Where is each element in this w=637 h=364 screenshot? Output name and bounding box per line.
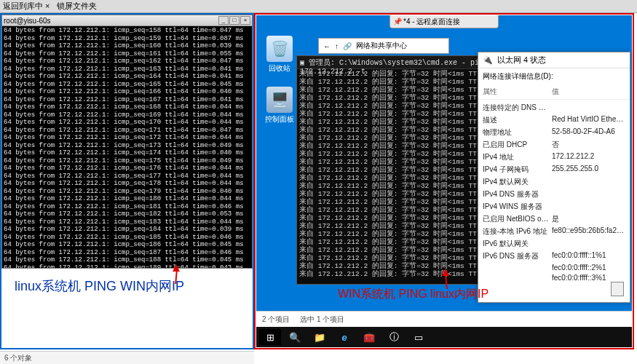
maximize-button[interactable]: □	[229, 16, 240, 25]
pin-icon[interactable]: 📌	[393, 17, 400, 25]
linux-caption: linux系统机 PING WIN内网IP	[1, 269, 253, 295]
linux-titlebar[interactable]: root@yisu-60s _ □ ×	[2, 15, 252, 26]
eth-row: 已启用 DHCP否	[478, 138, 630, 151]
eth-row: IPv4 DNS 服务器	[478, 188, 630, 200]
eth-row: fec0:0:0:ffff::2%1	[478, 262, 630, 272]
host-tab-bar: 返回到库中 × 锁屏文件夹	[0, 0, 637, 13]
eth-titlebar[interactable]: 🔌 以太网 4 状态	[478, 52, 630, 68]
recycle-bin-icon[interactable]: 🗑️ 回收站	[262, 36, 297, 74]
eth-header-row: 属性 值	[478, 84, 630, 100]
eth-row: 连接-本地 IPv6 地址fe80::e95b:26b5:fa2b:b6d4%1	[478, 225, 630, 237]
network-adapter-icon: 🔌	[483, 55, 493, 65]
minimize-button[interactable]: _	[218, 16, 229, 25]
taskbar-cmd-icon[interactable]: ▭	[408, 329, 430, 345]
explorer-statusbar: 2 个项目 选中 1 个项目	[256, 311, 632, 327]
network-center-window[interactable]: ← ↑ 🔗 网络和共享中心	[318, 38, 449, 54]
tab-lock-folder[interactable]: 锁屏文件夹	[57, 1, 97, 12]
host-status-bar: 6 个对象	[0, 351, 254, 364]
eth-subtitle: 网络连接详细信息(D):	[478, 68, 630, 84]
remote-desktop[interactable]: 📌 *4 - 远程桌面连接 🗑️ 回收站 🖥️ 控制面板 ← ↑ 🔗 网络和共享…	[256, 15, 632, 347]
network-icon: 🔗	[343, 42, 352, 50]
eth-row: fec0:0:0:ffff::3%1	[478, 272, 630, 282]
ethernet-status-window[interactable]: 🔌 以太网 4 状态 网络连接详细信息(D): 属性 值 连接特定的 DNS 后…	[478, 52, 630, 303]
back-arrow-icon[interactable]: ←	[323, 42, 331, 50]
item-count: 2 个项目	[262, 314, 290, 325]
eth-row: 物理地址52-58-00-2F-4D-A6	[478, 126, 630, 138]
taskbar-server-manager-icon[interactable]: 🧰	[358, 329, 380, 345]
eth-row: IPv4 子网掩码255.255.255.0	[478, 163, 630, 175]
tab-return-lib[interactable]: 返回到库中 ×	[3, 1, 50, 12]
eth-row: IPv4 地址172.12.212.2	[478, 151, 630, 163]
network-center-label: 网络和共享中心	[356, 41, 407, 51]
eth-row: 连接特定的 DNS 后缀	[478, 101, 630, 114]
rdp-panel: 📌 *4 - 远程桌面连接 🗑️ 回收站 🖥️ 控制面板 ← ↑ 🔗 网络和共享…	[254, 13, 634, 349]
linux-window-title: root@yisu-60s	[4, 17, 51, 25]
close-button[interactable]: ×	[240, 16, 250, 25]
eth-row: IPv6 DNS 服务器fec0:0:0:ffff::1%1	[478, 250, 630, 262]
selected-count: 选中 1 个项目	[300, 314, 344, 325]
linux-terminal-output[interactable]: 64 bytes from 172.12.212.1: icmp_seq=158…	[2, 26, 252, 268]
linux-terminal-window[interactable]: root@yisu-60s _ □ × 64 bytes from 172.12…	[1, 15, 253, 269]
eth-row: 描述Red Hat VirtIO Ethernet Adapter	[478, 114, 630, 126]
eth-row: IPv4 默认网关	[478, 175, 630, 188]
cmd-icon: ▣	[300, 59, 304, 67]
eth-title-text: 以太网 4 状态	[497, 55, 546, 66]
start-button[interactable]: ⊞	[259, 329, 281, 345]
windows-taskbar[interactable]: ⊞ 🔍 📁 e 🧰 ⓘ ▭	[256, 327, 632, 347]
control-panel-icon[interactable]: 🖥️ 控制面板	[262, 87, 297, 124]
rdp-title: *4 - 远程桌面连接	[403, 17, 460, 27]
taskbar-info-icon[interactable]: ⓘ	[383, 329, 405, 345]
eth-close-button[interactable]	[611, 282, 624, 296]
linux-panel: root@yisu-60s _ □ × 64 bytes from 172.12…	[0, 13, 254, 349]
eth-row: IPv4 WINS 服务器	[478, 200, 630, 213]
taskbar-explorer-icon[interactable]: 📁	[309, 329, 331, 345]
rdp-connection-bar[interactable]: 📌 *4 - 远程桌面连接	[389, 15, 499, 28]
taskbar-search-icon[interactable]: 🔍	[284, 329, 306, 345]
eth-details-list: 连接特定的 DNS 后缀描述Red Hat VirtIO Ethernet Ad…	[478, 100, 630, 284]
eth-row: IPv6 默认网关	[478, 237, 630, 250]
up-arrow-icon[interactable]: ↑	[335, 42, 339, 50]
eth-row: 已启用 NetBIOS over Tc...是	[478, 213, 630, 225]
win-caption: WIN系统机 PING linux内网IP	[338, 287, 488, 302]
taskbar-ie-icon[interactable]: e	[333, 329, 355, 345]
